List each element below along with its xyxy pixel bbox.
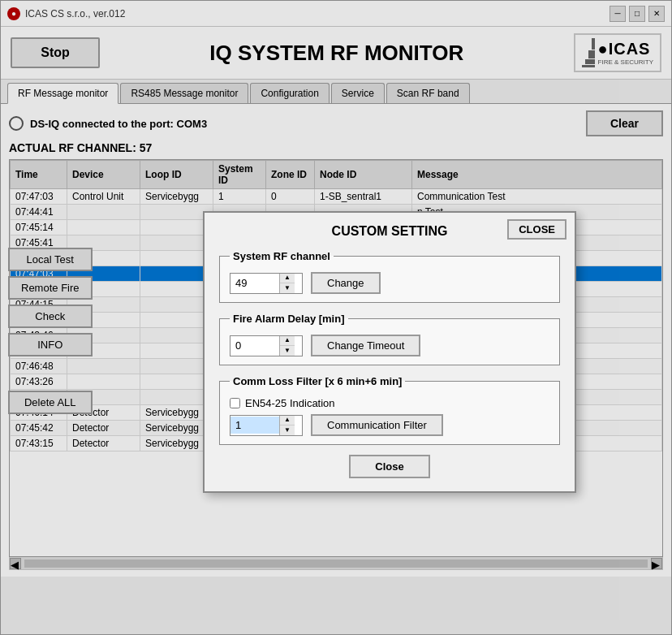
comm-filter-up[interactable]: ▲ <box>280 416 295 425</box>
modal-overlay: CUSTOM SETTING CLOSE System RF channel ▲… <box>0 0 672 635</box>
comm-filter-down[interactable]: ▼ <box>280 425 295 435</box>
rf-channel-arrows: ▲ ▼ <box>279 274 295 293</box>
fire-alarm-input[interactable] <box>230 337 279 354</box>
comm-filter-input[interactable] <box>230 417 279 434</box>
rf-channel-spinner[interactable]: ▲ ▼ <box>230 273 303 294</box>
fire-alarm-spinner[interactable]: ▲ ▼ <box>230 335 303 356</box>
comm-filter-row: ▲ ▼ Communication Filter <box>230 414 549 436</box>
rf-channel-row: ▲ ▼ Change <box>230 272 549 294</box>
fire-alarm-up[interactable]: ▲ <box>280 336 295 346</box>
rf-channel-change-button[interactable]: Change <box>311 272 381 294</box>
change-timeout-button[interactable]: Change Timeout <box>311 335 420 356</box>
rf-channel-group: System RF channel ▲ ▼ Change <box>219 250 560 303</box>
comm-loss-legend: Comm Loss Filter [x 6 min+6 min] <box>230 375 405 387</box>
fire-alarm-legend: Fire Alarm Delay [min] <box>230 313 348 325</box>
dialog-close-top-button[interactable]: CLOSE <box>507 219 566 240</box>
comm-loss-group: Comm Loss Filter [x 6 min+6 min] EN54-25… <box>219 375 560 445</box>
dialog-bottom: Close <box>219 455 560 478</box>
rf-channel-legend: System RF channel <box>230 250 334 262</box>
custom-setting-dialog: CUSTOM SETTING CLOSE System RF channel ▲… <box>203 211 576 493</box>
en54-row: EN54-25 Indication <box>230 397 549 409</box>
fire-alarm-down[interactable]: ▼ <box>280 346 295 356</box>
fire-alarm-group: Fire Alarm Delay [min] ▲ ▼ Change Timeou… <box>219 313 560 365</box>
rf-channel-up[interactable]: ▲ <box>280 274 295 283</box>
rf-channel-input[interactable] <box>230 274 279 292</box>
en54-checkbox[interactable] <box>230 398 240 408</box>
rf-channel-down[interactable]: ▼ <box>280 283 295 293</box>
modal-inner: CUSTOM SETTING CLOSE System RF channel ▲… <box>203 211 576 493</box>
comm-filter-arrows: ▲ ▼ <box>279 416 295 435</box>
communication-filter-button[interactable]: Communication Filter <box>311 414 443 436</box>
fire-alarm-arrows: ▲ ▼ <box>279 336 295 356</box>
comm-filter-spinner[interactable]: ▲ ▼ <box>230 415 303 436</box>
fire-alarm-row: ▲ ▼ Change Timeout <box>230 335 549 356</box>
en54-label: EN54-25 Indication <box>245 397 335 409</box>
dialog-close-bottom-button[interactable]: Close <box>349 455 429 478</box>
